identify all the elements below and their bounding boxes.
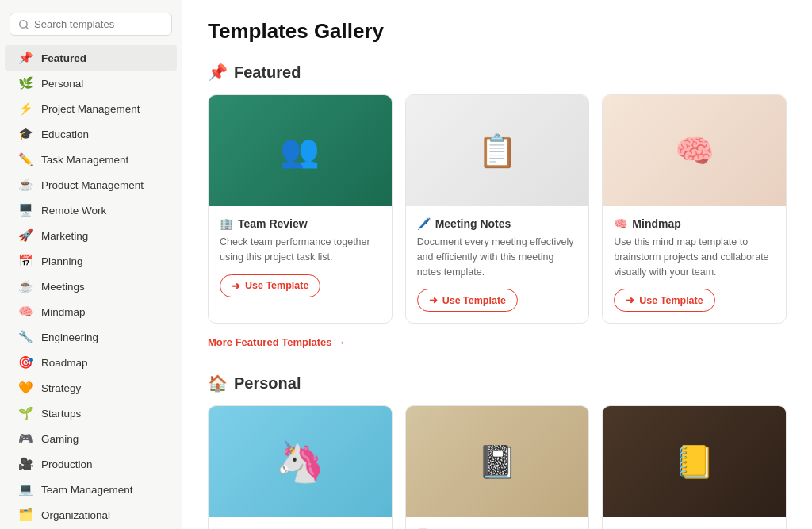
sidebar-item-planning[interactable]: 📅 Planning — [5, 248, 177, 274]
sidebar-item-icon-gaming: 🎮 — [17, 431, 33, 446]
card-title-0: 🏢 Team Review — [220, 217, 381, 230]
sidebar-item-icon-education: 🎓 — [17, 127, 33, 141]
featured-card-0[interactable]: 👥 🏢 Team Review Check team performance t… — [208, 94, 393, 324]
sidebar-item-project-management[interactable]: ⚡ Project Management — [5, 96, 177, 121]
featured-section-icon: 📌 — [208, 63, 228, 82]
personal-card-image-1: 📓 — [406, 406, 589, 517]
sidebar-item-icon-organizational: 🗂️ — [17, 508, 33, 522]
sidebar-item-gaming[interactable]: 🎮 Gaming — [5, 426, 177, 451]
sidebar-item-label-product-management: Product Management — [41, 179, 144, 191]
card-image-0: 👥 — [209, 95, 392, 206]
personal-card-image-0: 🦄 — [209, 406, 392, 517]
card-icon-0: 🏢 — [220, 217, 233, 230]
sidebar-item-label-meetings: Meetings — [41, 281, 85, 293]
sidebar-item-icon-planning: 📅 — [17, 254, 33, 268]
sidebar-item-production[interactable]: 🎥 Production — [5, 451, 177, 477]
use-template-button-0[interactable]: ➜ Use Template — [220, 274, 320, 297]
personal-section-title: 🏠 Personal — [208, 374, 787, 393]
sidebar-item-task-management[interactable]: ✏️ Task Management — [5, 147, 177, 172]
use-template-button-2[interactable]: ➜ Use Template — [614, 289, 714, 312]
card-desc-2: Use this mind map template to brainstorm… — [614, 235, 775, 279]
sidebar-item-product-management[interactable]: ☕ Product Management — [5, 172, 177, 197]
sidebar-item-label-remote-work: Remote Work — [41, 205, 106, 217]
sidebar-item-icon-project-management: ⚡ — [17, 102, 33, 116]
personal-card-1[interactable]: 📓 📓 Bullet Journal Your digital Bullet J… — [405, 405, 590, 529]
sidebar-item-icon-featured: 📌 — [17, 51, 33, 65]
sidebar-item-label-production: Production — [41, 458, 93, 470]
sidebar-item-label-startups: Startups — [41, 408, 81, 420]
sidebar-item-label-task-management: Task Management — [41, 154, 128, 166]
sidebar-item-label-engineering: Engineering — [41, 332, 98, 343]
personal-section-label: Personal — [234, 374, 301, 393]
personal-card-0[interactable]: 🦄 🦄 Personal Task Tracker & Planning Lis… — [208, 405, 393, 529]
sidebar-item-icon-production: 🎥 — [17, 457, 33, 471]
sidebar-item-label-education: Education — [41, 128, 89, 140]
sidebar-item-icon-product-management: ☕ — [17, 178, 33, 192]
sidebar-item-label-personal: Personal — [41, 78, 83, 90]
sidebar-item-roadmap[interactable]: 🎯 Roadmap — [5, 350, 177, 375]
sidebar-item-icon-remote-work: 🖥️ — [17, 203, 33, 217]
card-desc-0: Check team performance together using th… — [220, 235, 381, 265]
sidebar-item-icon-startups: 🌱 — [17, 406, 33, 420]
sidebar-item-engineering[interactable]: 🔧 Engineering — [5, 324, 177, 350]
personal-section: 🏠 Personal 🦄 🦄 Personal Task Tracker & P… — [208, 374, 787, 529]
svg-line-1 — [26, 26, 29, 29]
sidebar-item-icon-meetings: ☕ — [17, 279, 33, 293]
sidebar-item-icon-marketing: 🚀 — [17, 228, 33, 243]
use-template-button-1[interactable]: ➜ Use Template — [417, 289, 518, 312]
sidebar-item-mindmap[interactable]: 🧠 Mindmap — [5, 299, 177, 324]
sidebar-item-label-project-management: Project Management — [41, 103, 140, 115]
sidebar-item-personal[interactable]: 🌿 Personal — [5, 71, 177, 96]
arrow-icon-0: ➜ — [232, 280, 240, 292]
card-icon-2: 🧠 — [614, 217, 627, 230]
sidebar-item-label-organizational: Organizational — [41, 509, 110, 521]
search-icon — [18, 19, 29, 30]
sidebar-item-label-team-management: Team Management — [41, 484, 133, 496]
sidebar-nav: 📌 Featured 🌿 Personal ⚡ Project Manageme… — [0, 45, 182, 529]
sidebar-item-marketing[interactable]: 🚀 Marketing — [5, 223, 177, 248]
featured-card-1[interactable]: 📋 🖊️ Meeting Notes Document every meetin… — [405, 94, 590, 324]
card-title-1: 🖊️ Meeting Notes — [417, 217, 578, 230]
sidebar-item-icon-task-management: ✏️ — [17, 152, 33, 167]
card-title-2: 🧠 Mindmap — [614, 217, 775, 230]
sidebar-item-remote-work[interactable]: 🖥️ Remote Work — [5, 197, 177, 223]
sidebar-item-strategy[interactable]: 🧡 Strategy — [5, 375, 177, 401]
featured-section-title: 📌 Featured — [208, 63, 787, 82]
arrow-icon-1: ➜ — [429, 294, 438, 306]
sidebar-item-icon-roadmap: 🎯 — [17, 355, 33, 370]
sidebar-item-icon-strategy: 🧡 — [17, 381, 33, 395]
arrow-icon-2: ➜ — [626, 294, 634, 306]
sidebar-item-organizational[interactable]: 🗂️ Organizational — [5, 502, 177, 527]
sidebar-item-meetings[interactable]: ☕ Meetings — [5, 274, 177, 299]
sidebar-item-icon-personal: 🌿 — [17, 76, 33, 90]
personal-cards-grid: 🦄 🦄 Personal Task Tracker & Planning Lis… — [208, 405, 787, 529]
card-image-1: 📋 — [406, 95, 589, 206]
card-image-2: 🧠 — [603, 95, 786, 206]
featured-section: 📌 Featured 👥 🏢 Team Review Check team pe… — [208, 63, 787, 348]
card-icon-1: 🖊️ — [417, 217, 431, 230]
sidebar-item-featured[interactable]: 📌 Featured — [5, 45, 177, 71]
sidebar-item-education[interactable]: 🎓 Education — [5, 121, 177, 147]
sidebar-item-icon-team-management: 💻 — [17, 482, 33, 496]
sidebar-item-label-planning: Planning — [41, 255, 83, 267]
sidebar-item-startups[interactable]: 🌱 Startups — [5, 401, 177, 426]
sidebar-item-label-mindmap: Mindmap — [41, 306, 86, 318]
featured-card-2[interactable]: 🧠 🧠 Mindmap Use this mind map template t… — [602, 94, 787, 324]
personal-card-image-2: 📒 — [603, 406, 786, 517]
sidebar-item-label-gaming: Gaming — [41, 433, 79, 445]
sidebar-item-label-roadmap: Roadmap — [41, 357, 88, 369]
sidebar-item-icon-mindmap: 🧠 — [17, 305, 33, 319]
card-desc-1: Document every meeting effectively and e… — [417, 235, 578, 279]
sidebar: 📌 Featured 🌿 Personal ⚡ Project Manageme… — [0, 0, 182, 529]
sidebar-item-label-featured: Featured — [41, 52, 86, 64]
main-content: Templates Gallery 📌 Featured 👥 🏢 Team Re… — [182, 0, 812, 529]
sidebar-item-icon-engineering: 🔧 — [17, 330, 33, 344]
featured-section-label: Featured — [234, 63, 301, 82]
more-featured-link[interactable]: More Featured Templates → — [208, 336, 345, 348]
personal-card-2[interactable]: 📒 💡 Bullet Journal Weekly Highlights Get… — [602, 405, 787, 529]
sidebar-item-label-strategy: Strategy — [41, 382, 81, 394]
search-box[interactable] — [10, 13, 172, 36]
search-input[interactable] — [34, 18, 163, 30]
sidebar-item-team-management[interactable]: 💻 Team Management — [5, 477, 177, 502]
page-title: Templates Gallery — [208, 19, 787, 44]
